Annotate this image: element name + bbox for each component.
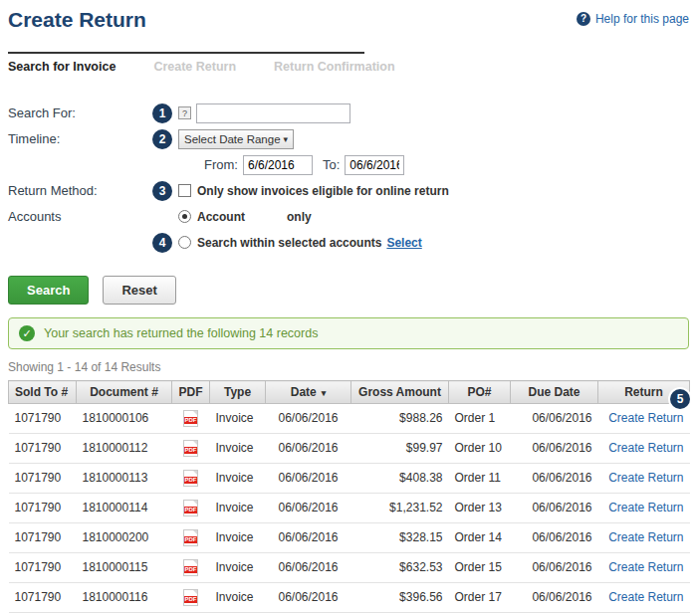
gross-amount-cell: $1,231.52	[351, 494, 449, 523]
document-cell: 1810000106	[77, 404, 172, 434]
timeline-select[interactable]: Select Date Range ▾	[178, 129, 294, 149]
help-question-icon[interactable]: ?	[577, 12, 590, 26]
return-cell: Create Return	[598, 494, 690, 523]
sold-to-cell: 1071790	[9, 523, 77, 553]
sold-to-cell: 1071790	[9, 434, 77, 464]
online-return-checkbox[interactable]	[178, 184, 191, 197]
header-gross-amount[interactable]: Gross Amount	[351, 381, 449, 404]
due-date-cell: 06/06/2016	[511, 553, 598, 583]
field-help-icon[interactable]: ?	[178, 106, 191, 119]
create-return-link[interactable]: Create Return	[608, 560, 683, 574]
table-row: 1071790 1810000117 PDF Invoice 06/06/201…	[9, 613, 690, 616]
create-return-link[interactable]: Create Return	[608, 501, 683, 514]
search-button[interactable]: Search	[8, 276, 89, 305]
type-cell: Invoice	[210, 523, 266, 553]
type-cell: Invoice	[210, 434, 266, 464]
gross-amount-cell: $396.56	[351, 583, 449, 613]
results-summary: Showing 1 - 14 of 14 Results	[8, 360, 689, 374]
timeline-label: Timeline:	[8, 131, 152, 146]
pdf-icon[interactable]: PDF	[183, 559, 198, 576]
due-date-cell: 06/06/2016	[511, 434, 598, 464]
pdf-icon[interactable]: PDF	[183, 470, 198, 487]
pdf-cell: PDF	[172, 523, 210, 553]
page-fold-icon	[193, 590, 197, 594]
sort-arrow-icon[interactable]: ▾	[322, 388, 327, 398]
pdf-icon[interactable]: PDF	[183, 500, 198, 516]
pdf-icon[interactable]: PDF	[183, 440, 198, 457]
table-row: 1071790 1810000114 PDF Invoice 06/06/201…	[9, 494, 690, 523]
steps-nav: Search for Invoice Create Return Return …	[8, 52, 689, 74]
return-cell: Create Return	[598, 523, 690, 553]
sold-to-cell: 1071790	[9, 494, 77, 523]
due-date-cell: 06/06/2016	[511, 583, 598, 613]
header: Create Return ? Help for this page	[8, 0, 689, 32]
page-title: Create Return	[8, 8, 146, 32]
step-tab-search-for-invoice[interactable]: Search for Invoice	[8, 60, 116, 74]
help-link-label[interactable]: Help for this page	[595, 12, 689, 26]
date-cell: 06/06/2016	[266, 464, 351, 494]
header-type[interactable]: Type	[210, 381, 266, 404]
pdf-icon[interactable]: PDF	[183, 589, 198, 606]
pdf-cell: PDF	[172, 553, 210, 583]
account-only-label-prefix: Account	[197, 210, 245, 224]
document-cell: 1810000112	[77, 434, 172, 464]
header-date[interactable]: Date▾	[266, 381, 351, 404]
help-link[interactable]: ? Help for this page	[577, 12, 689, 26]
header-po[interactable]: PO#	[449, 381, 511, 404]
return-cell: Create Return	[598, 434, 690, 464]
table-row: 1071790 1810000116 PDF Invoice 06/06/201…	[9, 583, 690, 613]
step-tab-return-confirmation[interactable]: Return Confirmation	[274, 60, 395, 74]
create-return-link[interactable]: Create Return	[608, 530, 683, 544]
sold-to-cell: 1071790	[9, 553, 77, 583]
return-method-label: Return Method:	[8, 183, 152, 198]
search-within-radio[interactable]	[178, 236, 191, 249]
success-message: ✓ Your search has returned the following…	[8, 317, 689, 349]
to-date-input[interactable]	[345, 155, 404, 175]
search-input[interactable]	[196, 103, 350, 123]
header-document[interactable]: Document #	[77, 381, 172, 404]
po-cell: Order 13	[449, 494, 511, 523]
type-cell: Invoice	[210, 613, 266, 616]
reset-button[interactable]: Reset	[103, 276, 175, 305]
date-cell: 06/06/2016	[266, 553, 351, 583]
create-return-link[interactable]: Create Return	[608, 411, 683, 425]
page-fold-icon	[193, 530, 197, 534]
create-return-link[interactable]: Create Return	[608, 471, 683, 485]
step-tab-create-return[interactable]: Create Return	[153, 60, 236, 74]
accounts-label: Accounts	[8, 209, 152, 224]
create-return-link[interactable]: Create Return	[608, 441, 683, 455]
header-pdf[interactable]: PDF	[172, 381, 210, 404]
table-row: 1071790 1810000112 PDF Invoice 06/06/201…	[9, 434, 690, 464]
po-cell: Order 21	[449, 613, 511, 616]
pdf-icon[interactable]: PDF	[183, 529, 198, 546]
create-return-link[interactable]: Create Return	[608, 590, 683, 604]
header-sold-to[interactable]: Sold To #	[9, 381, 77, 404]
gross-amount-cell: $408.38	[351, 464, 449, 494]
po-cell: Order 15	[449, 553, 511, 583]
pdf-icon[interactable]: PDF	[183, 410, 198, 427]
type-cell: Invoice	[210, 464, 266, 494]
table-row: 1071790 1810000106 PDF Invoice 06/06/201…	[9, 404, 690, 434]
online-return-checkbox-label: Only show invoices eligible for online r…	[197, 184, 449, 198]
select-accounts-link[interactable]: Select	[386, 236, 421, 250]
accounts-row: Accounts Account only	[8, 205, 689, 228]
type-cell: Invoice	[210, 583, 266, 613]
date-cell: 06/06/2016	[266, 583, 351, 613]
return-method-row: Return Method: 3 Only show invoices elig…	[8, 179, 689, 202]
type-cell: Invoice	[210, 404, 266, 434]
date-cell: 06/06/2016	[266, 404, 351, 434]
sold-to-cell: 1071790	[9, 613, 77, 616]
page-fold-icon	[193, 441, 197, 445]
header-due-date[interactable]: Due Date	[511, 381, 598, 404]
account-only-radio[interactable]	[178, 210, 191, 223]
results-table-wrap: 5 Sold To # Document # PDF Type Date▾ Gr…	[8, 380, 689, 616]
page-fold-icon	[193, 471, 197, 475]
from-date-input[interactable]	[243, 155, 313, 175]
search-for-row: Search For: 1 ?	[8, 102, 689, 124]
pdf-cell: PDF	[172, 494, 210, 523]
date-cell: 06/06/2016	[266, 434, 351, 464]
annotation-circle-2: 2	[152, 129, 172, 149]
po-cell: Order 10	[449, 434, 511, 464]
sold-to-cell: 1071790	[9, 583, 77, 613]
due-date-cell: 06/06/2016	[511, 494, 598, 523]
